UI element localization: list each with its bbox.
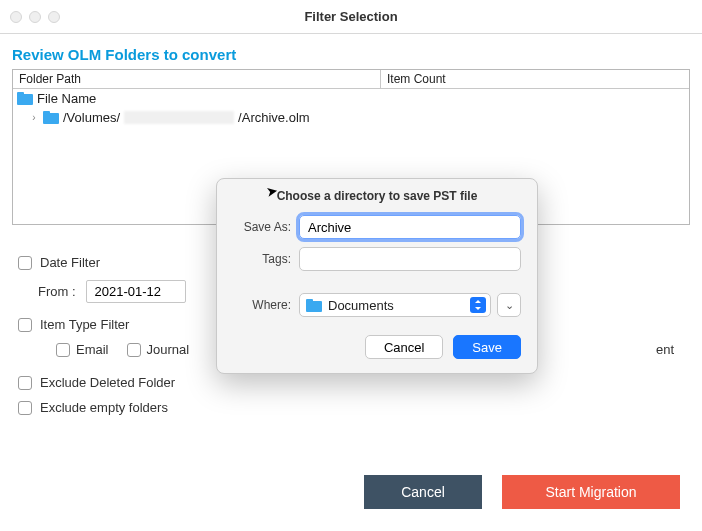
column-item-count[interactable]: Item Count [381,70,689,88]
save-dialog: Choose a directory to save PST file Save… [216,178,538,374]
where-dropdown[interactable]: Documents [299,293,491,317]
dialog-title: Choose a directory to save PST file [217,179,537,211]
email-option[interactable]: Email [56,342,109,357]
exclude-empty-checkbox[interactable] [18,401,32,415]
redacted-path [124,111,234,124]
exclude-deleted-row[interactable]: Exclude Deleted Folder [18,375,684,390]
page-title: Review OLM Folders to convert [12,46,690,63]
dialog-save-button[interactable]: Save [453,335,521,359]
date-from-input[interactable] [86,280,186,303]
date-filter-checkbox[interactable] [18,256,32,270]
path-fragment: /Archive.olm [238,110,310,125]
start-migration-button[interactable]: Start Migration [502,475,680,509]
email-checkbox[interactable] [56,343,70,357]
save-as-input[interactable] [299,215,521,239]
item-type-filter-checkbox[interactable] [18,318,32,332]
root-label: File Name [37,91,96,106]
exclude-empty-row[interactable]: Exclude empty folders [18,400,684,415]
column-folder-path[interactable]: Folder Path [13,70,381,88]
exclude-deleted-label: Exclude Deleted Folder [40,375,175,390]
item-type-filter-label: Item Type Filter [40,317,129,332]
chevron-right-icon[interactable]: › [29,113,39,123]
table-row[interactable]: › /Volumes//Archive.olm [13,108,689,127]
date-filter-label: Date Filter [40,255,100,270]
folder-icon [306,299,322,312]
window-controls [10,11,60,23]
partial-label: ent [656,342,684,357]
journal-label: Journal [147,342,190,357]
folder-icon [17,92,33,105]
exclude-deleted-checkbox[interactable] [18,376,32,390]
tags-field: Tags: [217,243,537,275]
save-as-field: Save As: [217,211,537,243]
chevron-down-icon: ⌄ [505,299,514,312]
cancel-button[interactable]: Cancel [364,475,482,509]
exclude-empty-label: Exclude empty folders [40,400,168,415]
dialog-cancel-button[interactable]: Cancel [365,335,443,359]
minimize-window[interactable] [29,11,41,23]
save-as-label: Save As: [233,220,291,234]
table-header: Folder Path Item Count [13,70,689,89]
dropdown-caret-icon [470,297,486,313]
where-field: Where: Documents ⌄ [217,289,537,321]
email-label: Email [76,342,109,357]
where-value: Documents [328,298,394,313]
close-window[interactable] [10,11,22,23]
journal-option[interactable]: Journal [127,342,190,357]
window-title: Filter Selection [10,9,692,24]
where-label: Where: [233,298,291,312]
dialog-actions: Cancel Save [217,321,537,359]
tags-label: Tags: [233,252,291,266]
footer-actions: Cancel Start Migration [364,475,680,509]
table-row-root[interactable]: File Name [13,89,689,108]
from-label: From : [38,284,76,299]
expand-browser-button[interactable]: ⌄ [497,293,521,317]
journal-checkbox[interactable] [127,343,141,357]
zoom-window[interactable] [48,11,60,23]
path-fragment: /Volumes/ [63,110,120,125]
tags-input[interactable] [299,247,521,271]
folder-icon [43,111,59,124]
titlebar: Filter Selection [0,0,702,34]
